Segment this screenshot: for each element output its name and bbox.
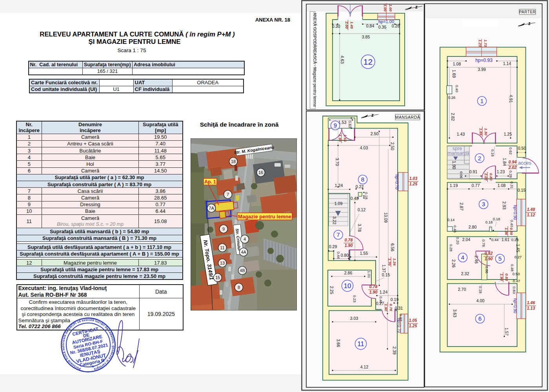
svg-text:4.00: 4.00 <box>476 298 485 303</box>
svg-text:4A: 4A <box>241 250 246 254</box>
svg-text:hp=0.70: hp=0.70 <box>394 174 399 189</box>
svg-text:2: 2 <box>478 155 481 162</box>
svg-text:1.45: 1.45 <box>350 22 354 29</box>
svg-text:0.47: 0.47 <box>513 279 520 283</box>
svg-text:0.40: 0.40 <box>455 85 459 93</box>
svg-text:0.40: 0.40 <box>510 220 514 227</box>
svg-text:1.90: 1.90 <box>500 274 504 281</box>
svg-text:1.57: 1.57 <box>504 328 509 336</box>
svg-text:1.03: 1.03 <box>409 176 418 181</box>
svg-text:0.18: 0.18 <box>364 192 369 200</box>
svg-text:mansardă: mansardă <box>447 151 469 156</box>
svg-text:PARTER: PARTER <box>519 10 536 14</box>
svg-text:2.80: 2.80 <box>469 225 477 229</box>
svg-text:1.12: 1.12 <box>527 212 535 217</box>
svg-text:1.46: 1.46 <box>527 300 535 305</box>
svg-text:0.53: 0.53 <box>513 272 520 276</box>
svg-text:2.00: 2.00 <box>345 21 349 29</box>
svg-text:1.55: 1.55 <box>360 251 368 256</box>
svg-text:7A: 7A <box>209 206 214 211</box>
svg-text:1.00: 1.00 <box>383 4 387 12</box>
svg-text:0.44: 0.44 <box>491 238 499 242</box>
svg-text:0.31: 0.31 <box>510 181 514 189</box>
svg-text:0.18: 0.18 <box>493 217 500 221</box>
svg-text:8: 8 <box>361 176 364 183</box>
svg-text:18: 18 <box>231 159 236 164</box>
svg-text:0.15: 0.15 <box>518 188 526 192</box>
svg-text:6: 6 <box>478 315 482 322</box>
svg-text:hp=0.93: hp=0.93 <box>475 58 493 63</box>
svg-text:4.03: 4.03 <box>360 145 368 150</box>
svg-text:0.12: 0.12 <box>358 207 366 212</box>
svg-text:0.27: 0.27 <box>514 255 522 259</box>
svg-text:hp=0.90: hp=0.90 <box>513 205 518 220</box>
svg-text:2.32: 2.32 <box>461 271 469 276</box>
svg-text:1.96: 1.96 <box>504 228 509 235</box>
svg-text:12: 12 <box>364 57 373 66</box>
svg-text:0.28: 0.28 <box>509 171 513 178</box>
svg-text:1.24: 1.24 <box>335 183 343 188</box>
svg-text:1.13: 1.13 <box>527 306 535 310</box>
svg-text:3.63: 3.63 <box>453 309 457 318</box>
svg-text:3.22: 3.22 <box>332 216 337 225</box>
svg-text:0.23: 0.23 <box>353 295 357 303</box>
svg-text:0.77: 0.77 <box>472 183 480 188</box>
svg-text:0.48: 0.48 <box>351 196 359 201</box>
svg-text:13: 13 <box>220 261 225 265</box>
svg-text:1.70: 1.70 <box>387 258 392 266</box>
svg-text:0.19: 0.19 <box>391 297 399 302</box>
svg-text:7: 7 <box>336 231 340 238</box>
svg-text:1.69: 1.69 <box>452 70 456 78</box>
svg-text:2.46: 2.46 <box>474 256 479 264</box>
svg-text:1.37: 1.37 <box>382 265 386 273</box>
svg-text:0.46: 0.46 <box>453 225 457 233</box>
svg-text:0.78: 0.78 <box>389 304 393 311</box>
svg-text:2.02: 2.02 <box>484 173 488 181</box>
svg-text:0.22: 0.22 <box>356 184 364 189</box>
svg-text:1.90: 1.90 <box>338 134 342 142</box>
svg-text:2.87: 2.87 <box>459 203 464 211</box>
svg-text:4B: 4B <box>240 268 245 273</box>
svg-text:2.02: 2.02 <box>508 165 517 170</box>
svg-text:2.93: 2.93 <box>502 201 507 210</box>
svg-text:5: 5 <box>498 255 502 262</box>
svg-text:0.31: 0.31 <box>395 306 403 310</box>
svg-text:6.56: 6.56 <box>390 243 395 252</box>
svg-text:1.84: 1.84 <box>502 158 507 166</box>
svg-text:1.30: 1.30 <box>484 128 488 136</box>
svg-text:0.28: 0.28 <box>392 24 400 28</box>
svg-text:*: * <box>91 364 95 370</box>
svg-text:3: 3 <box>482 201 485 207</box>
svg-text:0.35: 0.35 <box>378 25 387 29</box>
svg-text:1.48: 1.48 <box>527 207 535 212</box>
svg-text:1.25: 1.25 <box>409 181 418 186</box>
svg-text:0.86: 0.86 <box>485 266 489 274</box>
svg-text:Ap. 1: Ap. 1 <box>204 179 216 185</box>
svg-text:0.14: 0.14 <box>447 218 455 222</box>
svg-text:9: 9 <box>222 227 225 231</box>
svg-text:1.08: 1.08 <box>453 62 461 66</box>
svg-text:0.27: 0.27 <box>376 301 384 306</box>
svg-text:4.63: 4.63 <box>340 56 345 64</box>
svg-text:2.50: 2.50 <box>371 131 379 136</box>
svg-text:0.60: 0.60 <box>348 121 352 128</box>
svg-text:1.24: 1.24 <box>380 290 388 294</box>
svg-text:hp=0.90: hp=0.90 <box>513 298 518 313</box>
svg-text:4.91: 4.91 <box>509 95 513 103</box>
svg-text:4: 4 <box>461 254 464 261</box>
svg-text:0.91: 0.91 <box>469 169 478 174</box>
svg-text:0.82: 0.82 <box>485 251 493 256</box>
svg-text:0.48: 0.48 <box>510 264 514 272</box>
svg-text:1.90: 1.90 <box>345 243 353 248</box>
svg-text:1.19: 1.19 <box>450 183 458 188</box>
svg-text:0.89: 0.89 <box>509 228 514 235</box>
svg-text:1.90: 1.90 <box>485 256 493 261</box>
svg-text:3.03: 3.03 <box>350 316 358 321</box>
svg-text:0.83: 0.83 <box>505 274 509 281</box>
svg-text:Magazie pentru lemne: Magazie pentru lemne <box>238 214 291 220</box>
svg-text:1.43: 1.43 <box>457 132 465 136</box>
svg-text:1.24: 1.24 <box>393 258 397 266</box>
svg-text:0.06: 0.06 <box>459 171 463 178</box>
svg-text:2.70: 2.70 <box>458 287 466 292</box>
svg-text:ANEXĂ GOSPODĂREASCĂ - Magazie: ANEXĂ GOSPODĂREASCĂ - Magazie pentru lem… <box>313 13 317 107</box>
